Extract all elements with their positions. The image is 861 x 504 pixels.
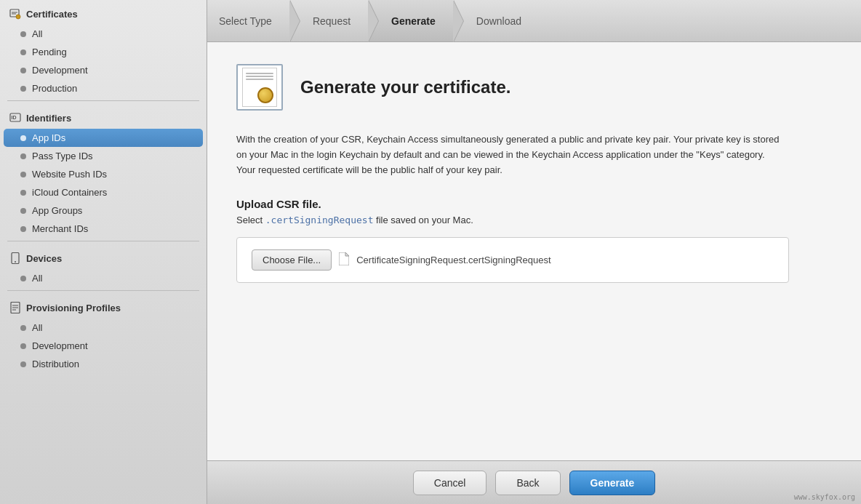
choose-file-button[interactable]: Choose File... [252,249,332,271]
cancel-button[interactable]: Cancel [413,471,487,495]
upload-instruction: Select .certSigningRequest file saved on… [236,215,832,225]
upload-section-title: Upload CSR file. [236,198,832,210]
page-content: Generate your certificate. With the crea… [207,42,861,460]
dot-icon [20,276,26,281]
sidebar-section-provisioning: Provisioning Profiles [0,294,207,319]
wizard-stepper: Select Type Request Generate Download [207,0,861,42]
dot-icon [20,153,26,159]
dot-icon [20,190,26,196]
generate-button[interactable]: Generate [569,471,656,495]
divider [7,241,199,241]
certificate-section-icon [9,7,22,20]
sidebar: Certificates All Pending Development Pro… [0,0,207,504]
svg-point-7 [15,261,16,263]
description-text: With the creation of your CSR, Keychain … [236,132,782,177]
step-generate[interactable]: Generate [368,0,453,41]
device-section-icon [9,252,22,265]
seal-icon [257,87,273,103]
profile-section-icon [9,301,22,314]
file-name: CertificateSigningRequest.certSigningReq… [356,255,550,265]
sidebar-item-cert-production[interactable]: Production [0,79,207,97]
step-request[interactable]: Request [289,0,368,41]
sidebar-item-cert-all[interactable]: All [0,25,207,43]
sidebar-item-icloud-containers[interactable]: iCloud Containers [0,183,207,201]
dot-icon [20,86,26,92]
svg-text:ID: ID [12,115,17,120]
main-content: Select Type Request Generate Download [207,0,861,504]
watermark: www.skyfox.org [794,493,855,501]
sidebar-item-pass-type-ids[interactable]: Pass Type IDs [0,147,207,165]
dot-icon [20,361,26,367]
page-title: Generate your certificate. [300,77,510,97]
dot-icon [20,172,26,177]
id-section-icon: ID [9,111,22,124]
sidebar-item-prov-all[interactable]: All [0,319,207,337]
devices-label: Devices [26,253,62,264]
dot-icon [20,208,26,214]
sidebar-section-identifiers: ID Identifiers [0,104,207,129]
sidebar-item-devices-all[interactable]: All [0,269,207,287]
sidebar-item-cert-development[interactable]: Development [0,61,207,79]
dot-icon [20,31,26,37]
sidebar-section-certificates: Certificates [0,0,207,25]
sidebar-item-merchant-ids[interactable]: Merchant IDs [0,220,207,238]
sidebar-section-devices: Devices [0,244,207,269]
sidebar-item-cert-pending[interactable]: Pending [0,43,207,61]
divider [7,290,199,291]
step-download[interactable]: Download [453,0,539,41]
dot-icon [20,68,26,73]
sidebar-item-prov-development[interactable]: Development [0,337,207,355]
sidebar-item-prov-distribution[interactable]: Distribution [0,355,207,373]
sidebar-item-app-ids[interactable]: App IDs [4,129,203,147]
dot-icon [20,135,26,141]
upload-file-box: Choose File... CertificateSigningRequest… [236,237,789,283]
back-button[interactable]: Back [495,471,560,495]
svg-point-3 [16,15,20,19]
content-header: Generate your certificate. [236,64,832,111]
certificates-label: Certificates [26,9,78,20]
dot-icon [20,343,26,349]
dot-icon [20,49,26,55]
step-select-type[interactable]: Select Type [207,0,289,41]
page-footer: Cancel Back Generate [207,460,861,504]
dot-icon [20,325,26,331]
identifiers-label: Identifiers [26,113,71,124]
divider [7,100,199,101]
sidebar-item-website-push-ids[interactable]: Website Push IDs [0,165,207,183]
provisioning-label: Provisioning Profiles [26,303,121,313]
certificate-icon [236,64,283,111]
sidebar-item-app-groups[interactable]: App Groups [0,201,207,220]
file-icon [339,252,349,268]
dot-icon [20,226,26,232]
